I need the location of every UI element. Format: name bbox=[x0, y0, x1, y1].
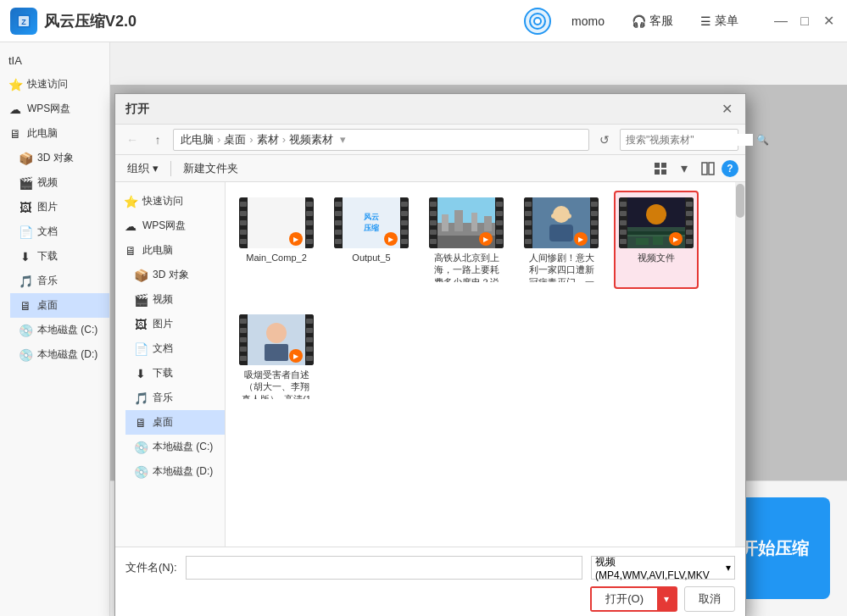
file-item-output-5[interactable]: 风云压缩 ▶ Output_5 bbox=[329, 191, 414, 289]
disk-d-sm: 💿 bbox=[134, 465, 148, 479]
svg-rect-30 bbox=[653, 236, 663, 245]
search-icon: 🔍 bbox=[756, 134, 769, 146]
action-row: 打开(O) ▾ 取消 bbox=[125, 586, 735, 612]
help-button[interactable]: ? bbox=[722, 160, 738, 177]
document-icon: 📄 bbox=[19, 225, 32, 239]
user-name[interactable]: momo bbox=[565, 11, 611, 31]
ds-item-pc[interactable]: 🖥 此电脑 bbox=[115, 238, 225, 263]
file-item-italy-video[interactable]: ▶ 人间惨剧！意大利一家四口遭新冠病毒灭门，一周之内就接连... bbox=[519, 191, 604, 289]
filename-label: 文件名(N): bbox=[125, 560, 177, 575]
window-controls: — □ ✕ bbox=[772, 13, 837, 30]
desktop-icon: 🖥 bbox=[19, 299, 32, 313]
disk-d-icon: 💿 bbox=[19, 348, 32, 362]
svg-rect-21 bbox=[549, 225, 573, 241]
ds-item-music[interactable]: 🎵 音乐 bbox=[125, 386, 225, 410]
open-dropdown-button[interactable]: ▾ bbox=[657, 588, 676, 610]
ds-item-dl[interactable]: ⬇ 下载 bbox=[125, 361, 225, 386]
restore-button[interactable]: □ bbox=[796, 13, 813, 30]
toolbar-separator bbox=[170, 161, 171, 176]
file-item-main-comp-2[interactable]: ▶ Main_Comp_2 bbox=[234, 191, 319, 289]
svg-text:Z: Z bbox=[21, 18, 26, 26]
filename-input[interactable] bbox=[186, 556, 582, 580]
svg-rect-34 bbox=[265, 344, 288, 361]
svg-point-22 bbox=[551, 214, 558, 219]
sidebar-item-wps-cloud[interactable]: ☁ WPS网盘 bbox=[0, 97, 109, 121]
columns-view-button[interactable] bbox=[698, 158, 718, 179]
service-btn[interactable]: 🎧 客服 bbox=[625, 10, 680, 32]
sidebar-item-local-c[interactable]: 💿 本地磁盘 (C:) bbox=[10, 318, 109, 342]
dialog-title-bar: 打开 ✕ bbox=[115, 94, 745, 125]
filetype-select[interactable]: 视频(MP4,WMV,AVI,FLV,MKV ▾ bbox=[591, 556, 735, 580]
file-thumbnail: ▶ bbox=[239, 314, 314, 365]
sidebar-item-local-d[interactable]: 💿 本地磁盘 (D:) bbox=[10, 342, 109, 367]
tia-text: tIA bbox=[0, 49, 109, 72]
close-button[interactable]: ✕ bbox=[820, 13, 837, 30]
menu-icon: ☰ bbox=[700, 14, 711, 28]
play-badge: ▶ bbox=[289, 349, 303, 363]
ds-item-quick-access[interactable]: ⭐ 快速访问 bbox=[115, 189, 225, 214]
thumbnail-view-button[interactable] bbox=[650, 158, 671, 179]
sidebar-item-desktop[interactable]: 🖥 桌面 bbox=[10, 293, 109, 318]
file-label: Output_5 bbox=[352, 252, 390, 264]
sidebar-item-this-pc[interactable]: 🖥 此电脑 bbox=[0, 121, 109, 146]
svg-rect-36 bbox=[281, 328, 285, 336]
3d-icon: 📦 bbox=[19, 152, 32, 165]
open-main-button[interactable]: 打开(O) bbox=[592, 588, 657, 610]
sidebar-item-downloads[interactable]: ⬇ 下载 bbox=[10, 244, 109, 269]
menu-btn[interactable]: ☰ 菜单 bbox=[694, 10, 745, 32]
play-badge: ▶ bbox=[479, 232, 493, 246]
cancel-button[interactable]: 取消 bbox=[684, 586, 735, 612]
search-input[interactable] bbox=[626, 134, 753, 146]
sidebar: tIA ⭐ 快速访问 ☁ WPS网盘 🖥 此电脑 📦 3D 对象 🎬 视频 bbox=[0, 42, 110, 616]
picture-icon: 🖼 bbox=[19, 201, 32, 214]
desktop-icon-sm: 🖥 bbox=[134, 416, 148, 430]
scrollbar[interactable] bbox=[735, 182, 745, 547]
minimize-button[interactable]: — bbox=[772, 13, 789, 30]
ds-item-d[interactable]: 💿 本地磁盘 (D:) bbox=[125, 459, 225, 484]
cloud-icon: ☁ bbox=[8, 103, 22, 116]
dialog-close-button[interactable]: ✕ bbox=[718, 101, 735, 118]
svg-point-26 bbox=[646, 204, 666, 225]
organize-button[interactable]: 组织 ▾ bbox=[122, 158, 164, 179]
dropdown-arrow-icon: ▾ bbox=[726, 562, 731, 574]
file-item-city-video[interactable]: ▶ 高铁从北京到上海，一路上要耗费多少度电？说出来你可别不... bbox=[424, 191, 509, 289]
ds-item-desktop[interactable]: 🖥 桌面 bbox=[125, 410, 225, 435]
play-badge: ▶ bbox=[384, 232, 398, 246]
ds-item-c[interactable]: 💿 本地磁盘 (C:) bbox=[125, 435, 225, 459]
new-folder-button[interactable]: 新建文件夹 bbox=[178, 158, 243, 179]
file-item-video-file[interactable]: ▶ 视频文件 bbox=[614, 191, 699, 289]
svg-rect-15 bbox=[442, 214, 449, 231]
svg-point-5 bbox=[535, 19, 540, 24]
ds-item-video[interactable]: 🎬 视频 bbox=[125, 287, 225, 312]
sidebar-item-3d[interactable]: 📦 3D 对象 bbox=[10, 146, 109, 170]
sidebar-item-pictures[interactable]: 🖼 图片 bbox=[10, 195, 109, 219]
sidebar-item-documents[interactable]: 📄 文档 bbox=[10, 219, 109, 244]
ds-item-pic[interactable]: 🖼 图片 bbox=[125, 312, 225, 336]
address-bar: ← ↑ 此电脑 › 桌面 › 素材 › 视频素材 ▾ ↺ bbox=[115, 125, 745, 155]
scroll-thumb bbox=[736, 184, 744, 218]
title-bar-left: Z 风云压缩V2.0 bbox=[10, 8, 524, 35]
view-buttons: ▾ ? bbox=[650, 158, 738, 179]
back-button[interactable]: ← bbox=[122, 130, 142, 150]
file-thumbnail: ▶ bbox=[239, 197, 314, 248]
view-dropdown-button[interactable]: ▾ bbox=[674, 158, 694, 179]
ds-item-wps[interactable]: ☁ WPS网盘 bbox=[115, 214, 225, 238]
dl-icon-sm: ⬇ bbox=[134, 367, 148, 380]
sidebar-item-video[interactable]: 🎬 视频 bbox=[10, 170, 109, 195]
file-thumbnail: ▶ bbox=[619, 197, 694, 248]
title-bar-right: momo 🎧 客服 ☰ 菜单 — □ ✕ bbox=[524, 8, 837, 35]
breadcrumb[interactable]: 此电脑 › 桌面 › 素材 › 视频素材 ▾ bbox=[173, 129, 589, 151]
file-label: Main_Comp_2 bbox=[246, 252, 307, 264]
svg-rect-35 bbox=[268, 328, 272, 336]
sidebar-item-quick-access[interactable]: ⭐ 快速访问 bbox=[0, 72, 109, 97]
ds-item-doc[interactable]: 📄 文档 bbox=[125, 336, 225, 361]
pic-icon-sm: 🖼 bbox=[134, 318, 148, 331]
up-button[interactable]: ↑ bbox=[148, 130, 168, 150]
ds-item-3d[interactable]: 📦 3D 对象 bbox=[125, 263, 225, 287]
file-item-smoking-video[interactable]: ▶ 吸烟受害者自述（胡大一、李翔真人版）_高清(1871789) bbox=[234, 308, 319, 406]
sidebar-item-music[interactable]: 🎵 音乐 bbox=[10, 269, 109, 293]
main-content: tIA ⭐ 快速访问 ☁ WPS网盘 🖥 此电脑 📦 3D 对象 🎬 视频 bbox=[0, 42, 847, 616]
star-icon-sm: ⭐ bbox=[124, 195, 137, 208]
svg-rect-18 bbox=[484, 216, 492, 231]
refresh-button[interactable]: ↺ bbox=[594, 130, 615, 150]
